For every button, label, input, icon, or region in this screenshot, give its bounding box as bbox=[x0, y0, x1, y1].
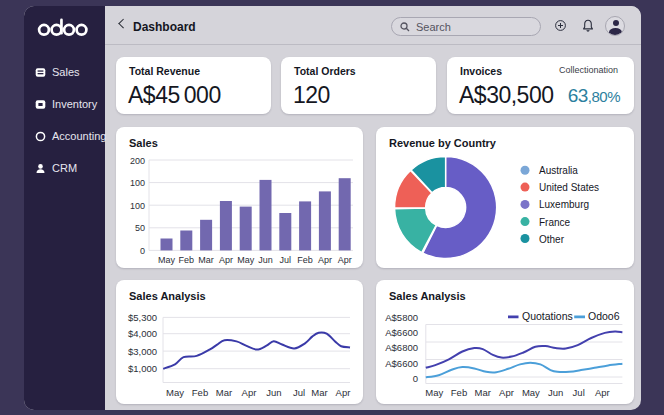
svg-text:Quotations: Quotations bbox=[522, 310, 573, 322]
svg-text:May: May bbox=[166, 387, 184, 398]
svg-text:May: May bbox=[237, 255, 255, 265]
svg-text:0: 0 bbox=[140, 246, 145, 256]
svg-text:Jun: Jun bbox=[258, 255, 273, 265]
svg-text:Feb: Feb bbox=[179, 255, 195, 265]
svg-text:A$5800: A$5800 bbox=[385, 312, 418, 323]
svg-text:Jul: Jul bbox=[573, 387, 585, 398]
svg-text:Apr: Apr bbox=[338, 255, 352, 265]
svg-text:Apr: Apr bbox=[219, 255, 233, 265]
svg-text:$3,000: $3,000 bbox=[128, 346, 157, 357]
svg-text:Feb: Feb bbox=[297, 255, 313, 265]
svg-text:Mar: Mar bbox=[198, 255, 214, 265]
svg-text:Apr: Apr bbox=[318, 255, 332, 265]
svg-text:A$6600: A$6600 bbox=[385, 358, 418, 369]
svg-text:Feb: Feb bbox=[451, 387, 467, 398]
svg-text:France: France bbox=[539, 217, 571, 228]
svg-text:Jun: Jun bbox=[266, 387, 281, 398]
svg-text:Apr: Apr bbox=[499, 387, 514, 398]
svg-text:May: May bbox=[158, 255, 176, 265]
svg-text:Jul: Jul bbox=[280, 255, 292, 265]
svg-text:Mar: Mar bbox=[216, 387, 232, 398]
svg-text:Jun: Jun bbox=[548, 387, 563, 398]
svg-text:A$6600: A$6600 bbox=[385, 327, 418, 338]
svg-text:Other: Other bbox=[539, 234, 565, 245]
svg-text:A$6800: A$6800 bbox=[385, 342, 418, 353]
svg-text:May: May bbox=[522, 387, 540, 398]
svg-text:Luxemburg: Luxemburg bbox=[539, 199, 589, 210]
svg-text:Feb: Feb bbox=[192, 387, 208, 398]
svg-text:Apr: Apr bbox=[595, 387, 610, 398]
svg-text:0: 0 bbox=[413, 373, 418, 384]
svg-text:100: 100 bbox=[130, 178, 145, 188]
svg-text:United States: United States bbox=[539, 182, 599, 193]
svg-text:May: May bbox=[425, 387, 443, 398]
svg-text:$5,300: $5,300 bbox=[128, 312, 157, 323]
svg-text:50: 50 bbox=[135, 223, 145, 233]
svg-text:100: 100 bbox=[130, 201, 145, 211]
svg-text:Mar: Mar bbox=[475, 387, 491, 398]
svg-text:200: 200 bbox=[130, 156, 145, 166]
svg-text:Jul: Jul bbox=[293, 387, 305, 398]
svg-text:Australia: Australia bbox=[539, 165, 578, 176]
svg-text:Apr: Apr bbox=[336, 387, 351, 398]
svg-text:Apr: Apr bbox=[242, 387, 257, 398]
svg-text:Mar: Mar bbox=[311, 387, 327, 398]
svg-text:$1,000: $1,000 bbox=[128, 363, 157, 374]
svg-text:Odoo6: Odoo6 bbox=[588, 310, 620, 322]
svg-text:$4,000: $4,000 bbox=[128, 328, 157, 339]
